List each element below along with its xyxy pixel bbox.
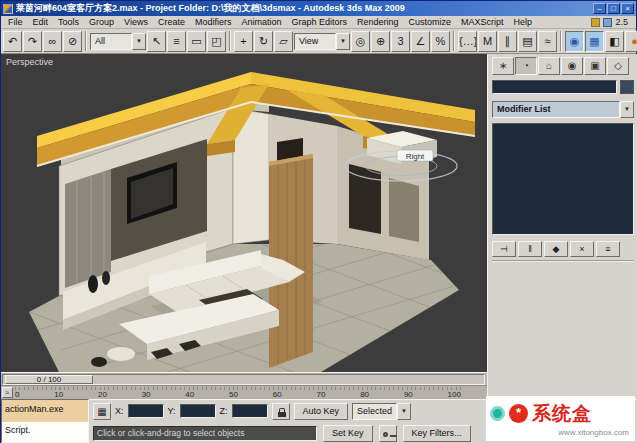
select-and-move-icon[interactable]: + bbox=[234, 31, 253, 52]
layer-manager-icon[interactable]: ▤ bbox=[518, 31, 537, 52]
quick-render-icon[interactable]: ● bbox=[625, 31, 637, 52]
key-filters-button[interactable]: Key Filters... bbox=[403, 425, 471, 442]
menu-help[interactable]: Help bbox=[509, 17, 538, 27]
menu-tools[interactable]: Tools bbox=[53, 17, 84, 27]
align-icon[interactable]: ∥ bbox=[498, 31, 517, 52]
time-slider-track[interactable]: 0 / 100 bbox=[2, 374, 485, 385]
tab-motion[interactable]: ◉ bbox=[561, 57, 583, 75]
set-key-mode-icon[interactable] bbox=[379, 425, 397, 442]
menu-rendering[interactable]: Rendering bbox=[352, 17, 404, 27]
toolbar-separator bbox=[560, 31, 562, 51]
window-crossing-icon[interactable]: ◰ bbox=[207, 31, 226, 52]
menu-modifiers[interactable]: Modifiers bbox=[190, 17, 237, 27]
remove-modifier-icon[interactable]: × bbox=[570, 241, 594, 257]
select-and-manipulate-icon[interactable]: ⊕ bbox=[371, 31, 390, 52]
object-color-swatch[interactable] bbox=[620, 80, 634, 94]
track-bar[interactable]: ≈ 0102030405060708090100 bbox=[1, 386, 487, 399]
tab-modify[interactable]: ◔ bbox=[515, 57, 537, 75]
render-frame-icon[interactable]: ◧ bbox=[605, 31, 624, 52]
tab-utilities[interactable]: ◇ bbox=[607, 57, 629, 75]
ruler-tick-label: 10 bbox=[54, 390, 63, 399]
render-setup-icon[interactable]: ▦ bbox=[585, 31, 604, 52]
x-coordinate-field[interactable] bbox=[128, 404, 164, 418]
time-slider-handle[interactable]: 0 / 100 bbox=[5, 375, 93, 384]
scene-canvas[interactable]: Right bbox=[1, 54, 487, 372]
watermark: * 系统盒 www.xitongbox.com bbox=[486, 396, 635, 441]
chevron-down-icon[interactable]: ▼ bbox=[336, 33, 350, 50]
auto-key-button[interactable]: Auto Key bbox=[294, 403, 349, 420]
menu-views[interactable]: Views bbox=[119, 17, 153, 27]
time-slider-row: 0 / 100 bbox=[1, 372, 487, 386]
curve-editor-icon[interactable]: ≈ bbox=[538, 31, 557, 52]
redo-icon[interactable]: ↷ bbox=[23, 31, 42, 52]
plugin-icon[interactable] bbox=[591, 18, 600, 27]
menu-edit[interactable]: Edit bbox=[28, 17, 54, 27]
modifier-list-dropdown[interactable]: Modifier List ▼ bbox=[492, 101, 634, 118]
named-selection-sets-icon[interactable]: {…} bbox=[458, 31, 477, 52]
viewport-label[interactable]: Perspective bbox=[6, 57, 53, 67]
menu-group[interactable]: Group bbox=[84, 17, 119, 27]
menu-file[interactable]: File bbox=[3, 17, 28, 27]
select-and-scale-icon[interactable]: ▱ bbox=[274, 31, 293, 52]
select-and-link-icon[interactable]: ∞ bbox=[43, 31, 62, 52]
percent-snap-icon[interactable]: % bbox=[431, 31, 450, 52]
key-filter-selected-dropdown[interactable]: Selected ▼ bbox=[352, 403, 411, 420]
use-pivot-center-icon[interactable]: ◎ bbox=[351, 31, 370, 52]
selection-filter-dropdown[interactable]: All ▼ bbox=[90, 33, 146, 50]
select-object-icon[interactable]: ↖ bbox=[147, 31, 166, 52]
ruler-tick-label: 100 bbox=[448, 390, 461, 399]
watermark-logo-row: * 系统盒 bbox=[490, 401, 629, 427]
plugin-icon-2[interactable] bbox=[603, 18, 612, 27]
y-coordinate-field[interactable] bbox=[180, 404, 216, 418]
absolute-mode-toggle-icon[interactable]: ▦ bbox=[93, 403, 111, 420]
modifier-stack-list[interactable] bbox=[492, 123, 634, 235]
toolbar-transform-group: +↻▱ bbox=[234, 31, 293, 52]
watermark-brand: 系统盒 bbox=[532, 401, 592, 427]
set-key-button[interactable]: Set Key bbox=[323, 425, 373, 442]
menu-customize[interactable]: Customize bbox=[404, 17, 457, 27]
snap-toggle-icon[interactable]: 3 bbox=[391, 31, 410, 52]
rectangular-selection-icon[interactable]: ▭ bbox=[187, 31, 206, 52]
titlebar[interactable]: 莱茵河畔604室客厅方案2.max - Project Folder: D:\我… bbox=[1, 1, 636, 16]
pin-stack-icon[interactable]: ⊣ bbox=[492, 241, 516, 257]
mirror-icon[interactable]: M bbox=[478, 31, 497, 52]
tab-create[interactable]: ∗ bbox=[492, 57, 514, 75]
unlink-selection-icon[interactable]: ⊘ bbox=[63, 31, 82, 52]
ruler-tick-label: 20 bbox=[98, 390, 107, 399]
select-by-name-icon[interactable]: ≡ bbox=[167, 31, 186, 52]
selection-lock-icon[interactable] bbox=[272, 403, 290, 420]
viewport-perspective[interactable]: Perspective bbox=[1, 54, 487, 372]
listener-line[interactable]: Script. bbox=[2, 422, 88, 442]
open-mini-curve-editor-button[interactable]: ≈ bbox=[2, 387, 13, 398]
menu-create[interactable]: Create bbox=[153, 17, 190, 27]
configure-modifier-sets-icon[interactable]: ≡ bbox=[596, 241, 620, 257]
menu-maxscript[interactable]: MAXScript bbox=[456, 17, 509, 27]
ruler-tick-label: 80 bbox=[360, 390, 369, 399]
chevron-down-icon[interactable]: ▼ bbox=[132, 33, 146, 50]
ruler-tick-label: 60 bbox=[273, 390, 282, 399]
menu-animation[interactable]: Animation bbox=[236, 17, 286, 27]
chevron-down-icon[interactable]: ▼ bbox=[620, 101, 634, 118]
select-and-rotate-icon[interactable]: ↻ bbox=[254, 31, 273, 52]
undo-icon[interactable]: ↶ bbox=[3, 31, 22, 52]
menu-graph-editors[interactable]: Graph Editors bbox=[286, 17, 352, 27]
show-end-result-icon[interactable]: ‖ bbox=[518, 241, 542, 257]
tab-display[interactable]: ▣ bbox=[584, 57, 606, 75]
maximize-button[interactable]: □ bbox=[607, 3, 620, 14]
angle-snap-icon[interactable]: ∠ bbox=[411, 31, 430, 52]
toolbar-snap-group: ◎⊕3∠% bbox=[351, 31, 450, 52]
macro-recorder-line[interactable]: actionMan.exe bbox=[2, 400, 88, 422]
main-toolbar: ↶↷∞⊘ All ▼ ↖≡▭◰ +↻▱ View ▼ ◎⊕3∠% {…}M∥▤≈… bbox=[1, 29, 636, 54]
tab-hierarchy[interactable]: ⌂ bbox=[538, 57, 560, 75]
y-label: Y: bbox=[168, 406, 176, 416]
minimize-button[interactable]: – bbox=[593, 3, 606, 14]
object-name-field[interactable] bbox=[492, 80, 617, 94]
z-coordinate-field[interactable] bbox=[232, 404, 268, 418]
material-editor-icon[interactable]: ◉ bbox=[565, 31, 584, 52]
ruler-tick-label: 90 bbox=[404, 390, 413, 399]
close-button[interactable]: × bbox=[621, 3, 634, 14]
chevron-down-icon[interactable]: ▼ bbox=[397, 403, 411, 420]
make-unique-icon[interactable]: ◆ bbox=[544, 241, 568, 257]
maxscript-mini-listener[interactable]: actionMan.exe Script. bbox=[1, 399, 89, 443]
reference-coordinate-dropdown[interactable]: View ▼ bbox=[294, 33, 350, 50]
